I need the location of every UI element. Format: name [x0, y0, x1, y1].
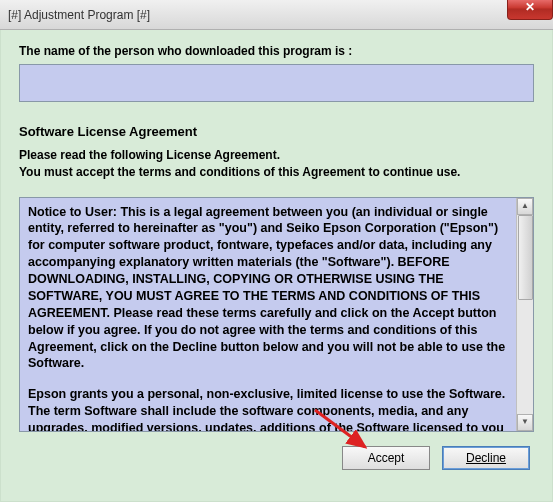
downloader-name-field[interactable]	[19, 64, 534, 102]
scroll-thumb[interactable]	[518, 215, 533, 300]
button-row: Accept Decline	[19, 446, 534, 470]
close-button[interactable]: ✕	[507, 0, 553, 20]
instruction-text: Please read the following License Agreem…	[19, 147, 534, 181]
license-heading: Software License Agreement	[19, 124, 534, 139]
eula-text[interactable]: Notice to User: This is a legal agreemen…	[20, 198, 516, 431]
window-title: [#] Adjustment Program [#]	[8, 8, 150, 22]
decline-button[interactable]: Decline	[442, 446, 530, 470]
scroll-down-button[interactable]: ▼	[517, 414, 533, 431]
scroll-up-button[interactable]: ▲	[517, 198, 533, 215]
downloader-label: The name of the person who downloaded th…	[19, 44, 534, 58]
eula-box: Notice to User: This is a legal agreemen…	[19, 197, 534, 432]
accept-button[interactable]: Accept	[342, 446, 430, 470]
eula-paragraph-1: Notice to User: This is a legal agreemen…	[28, 204, 508, 373]
eula-paragraph-2: Epson grants you a personal, non-exclusi…	[28, 386, 508, 430]
dialog-content: The name of the person who downloaded th…	[0, 30, 553, 502]
titlebar: [#] Adjustment Program [#] ✕	[0, 0, 553, 30]
instruction-line-2: You must accept the terms and conditions…	[19, 165, 460, 179]
scrollbar[interactable]: ▲ ▼	[516, 198, 533, 431]
instruction-line-1: Please read the following License Agreem…	[19, 148, 280, 162]
